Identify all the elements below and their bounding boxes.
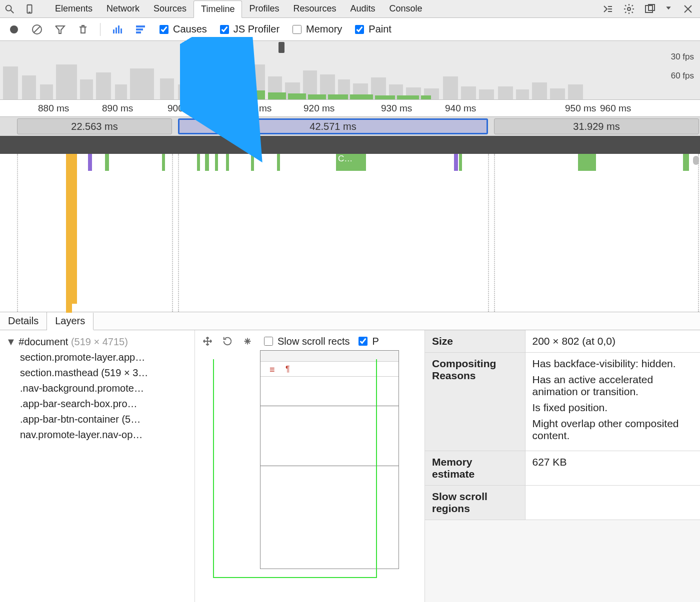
tab-network[interactable]: Network <box>100 0 146 17</box>
paint-checkbox[interactable]: Paint <box>353 23 392 35</box>
tab-profiles[interactable]: Profiles <box>242 0 286 17</box>
dock-dropdown-icon[interactable] <box>665 5 673 12</box>
frames-row: 22.563 ms 42.571 ms 31.929 ms <box>0 117 700 136</box>
slow-scroll-checkbox[interactable]: Slow scroll rects <box>262 335 350 347</box>
tab-resources[interactable]: Resources <box>286 0 344 17</box>
layer-properties: Size 200 × 802 (at 0,0) Compositing Reas… <box>425 330 700 602</box>
comp-reason: Is fixed position. <box>532 402 694 418</box>
detail-tab-details[interactable]: Details <box>0 312 47 330</box>
prop-slowscroll-value <box>525 486 700 520</box>
svg-point-7 <box>628 7 630 10</box>
pan-icon[interactable] <box>202 336 213 347</box>
frame-bar[interactable]: 31.929 ms <box>494 118 699 134</box>
tree-item[interactable]: .app-bar-btn-container (5… <box>6 412 192 427</box>
svg-rect-18 <box>120 28 122 33</box>
tree-root[interactable]: #document (519 × 4715) <box>6 334 192 350</box>
svg-point-12 <box>10 25 18 33</box>
dock-icon[interactable] <box>644 3 656 15</box>
ruler-tick: 950 ms <box>565 103 596 114</box>
detail-tab-layers[interactable]: Layers <box>47 313 94 330</box>
settings-gear-icon[interactable] <box>623 3 635 15</box>
comp-reason: Might overlap other composited content. <box>532 418 694 446</box>
prop-memory-label: Memory estimate <box>425 451 525 486</box>
tab-audits[interactable]: Audits <box>344 0 382 17</box>
causes-label: Causes <box>173 23 207 35</box>
prop-size-label: Size <box>425 330 525 353</box>
tab-elements[interactable]: Elements <box>48 0 100 17</box>
layers-panel: #document (519 × 4715) section.promote-l… <box>0 330 700 602</box>
memory-checkbox[interactable]: Memory <box>290 23 342 35</box>
paint-label: Paint <box>368 23 392 35</box>
svg-rect-15 <box>113 29 114 33</box>
svg-line-1 <box>11 10 14 13</box>
tab-timeline[interactable]: Timeline <box>194 0 242 18</box>
prop-slowscroll-label: Slow scroll regions <box>425 486 525 520</box>
tree-item[interactable]: section.promote-layer.app… <box>6 350 192 365</box>
causes-checkbox[interactable]: Causes <box>158 23 207 35</box>
clear-button[interactable] <box>31 23 43 35</box>
overview-mini-frames <box>0 64 700 99</box>
tab-sources[interactable]: Sources <box>146 0 194 17</box>
tree-item[interactable]: section.masthead (519 × 3… <box>6 365 192 381</box>
reset-view-icon[interactable] <box>242 336 253 347</box>
garbage-collect-icon[interactable] <box>77 23 89 35</box>
ruler-tick: 930 ms <box>381 103 412 114</box>
ruler-tick: ms <box>259 103 272 114</box>
drawer-toggle-icon[interactable] <box>602 3 614 15</box>
comp-reason: Has an active accelerated animation or t… <box>532 374 694 402</box>
timeline-toolbar: Causes JS Profiler Memory Paint <box>0 18 700 41</box>
time-ruler: 880 ms 890 ms 900 ms ms 920 ms 930 ms 94… <box>0 100 700 117</box>
svg-point-0 <box>6 5 12 10</box>
flame-scrollbar-thumb[interactable] <box>693 156 699 165</box>
ruler-tick: 900 ms <box>168 103 198 114</box>
layer-tree[interactable]: #document (519 × 4715) section.promote-l… <box>0 330 195 602</box>
ruler-tick: 960 ms <box>600 103 631 114</box>
comp-reason: Has backface-visibility: hidden. <box>532 358 694 374</box>
ruler-tick: 890 ms <box>102 103 133 114</box>
ruler-tick: 940 ms <box>445 103 476 114</box>
truncated-checkbox-label: P <box>372 336 378 347</box>
rotate-icon[interactable] <box>222 336 233 347</box>
svg-rect-17 <box>118 25 120 33</box>
fps-30-label: 30 fps <box>671 52 694 62</box>
overview-handle-right[interactable] <box>278 42 284 53</box>
tree-item[interactable]: .nav-background.promote… <box>6 381 192 396</box>
detail-tabs: Details Layers <box>0 312 700 330</box>
flame-chart[interactable]: C… <box>0 136 700 312</box>
slow-scroll-label: Slow scroll rects <box>278 336 350 347</box>
selected-layer-outline <box>213 359 377 578</box>
tree-item[interactable]: nav.promote-layer.nav-op… <box>6 427 192 443</box>
layer-viewer-toolbar: Slow scroll rects P <box>195 330 424 350</box>
record-button[interactable] <box>8 23 20 35</box>
frames-view-icon[interactable] <box>112 23 124 35</box>
memory-label: Memory <box>306 23 342 35</box>
ruler-tick: 880 ms <box>38 103 69 114</box>
flame-chart-icon[interactable] <box>134 23 146 35</box>
tree-item[interactable]: .app-bar-search-box.pro… <box>6 396 192 412</box>
tree-root-dims: (519 × 4715) <box>71 336 128 347</box>
frame-bar-selected[interactable]: 42.571 ms <box>178 118 488 134</box>
jsprofiler-checkbox[interactable]: JS Profiler <box>218 23 280 35</box>
tree-root-name: #document <box>18 336 68 347</box>
timeline-overview[interactable]: 30 fps 60 fps <box>0 41 700 100</box>
ruler-tick: 920 ms <box>304 103 334 114</box>
device-icon[interactable] <box>24 3 35 14</box>
layer-viewer[interactable]: Slow scroll rects P ≡ ¶ <box>195 330 425 602</box>
prop-compositing-label: Compositing Reasons <box>425 353 525 451</box>
devtools-tabbar: Elements Network Sources Timeline Profil… <box>0 0 700 18</box>
svg-line-14 <box>34 26 40 32</box>
jsprofiler-label: JS Profiler <box>234 23 280 35</box>
search-icon[interactable] <box>4 3 15 14</box>
overview-handle-left[interactable] <box>227 42 233 53</box>
truncated-checkbox[interactable]: P <box>356 335 378 347</box>
close-icon[interactable] <box>682 3 694 15</box>
toolbar-separator <box>100 23 100 36</box>
prop-size-value: 200 × 802 (at 0,0) <box>525 330 700 353</box>
prop-memory-value: 627 KB <box>525 451 700 486</box>
frame-bar[interactable]: 22.563 ms <box>17 118 172 134</box>
composite-bar[interactable]: C… <box>336 154 366 171</box>
prop-compositing-value: Has backface-visibility: hidden. Has an … <box>525 353 700 451</box>
filter-icon[interactable] <box>54 23 66 35</box>
tab-console[interactable]: Console <box>382 0 430 17</box>
svg-rect-16 <box>116 27 117 33</box>
